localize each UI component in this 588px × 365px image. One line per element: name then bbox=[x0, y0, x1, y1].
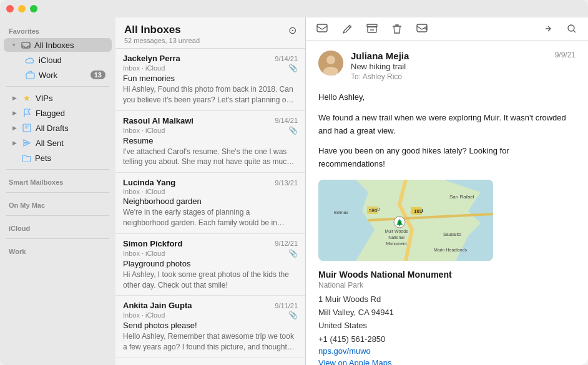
briefcase-icon bbox=[25, 70, 35, 80]
move-icon[interactable] bbox=[416, 22, 428, 35]
mail-window: Favorites ▾ All Inboxes bbox=[0, 0, 588, 365]
message-item-header-3: Simon Pickford 9/12/21 bbox=[123, 239, 298, 248]
sidebar-item-icloud[interactable]: iCloud bbox=[4, 53, 112, 67]
location-address: 1 Muir Woods Rd Mill Valley, CA 94941 Un… bbox=[318, 293, 576, 332]
location-type: National Park bbox=[318, 281, 576, 290]
message-list-header: All Inboxes ⊙ 52 messages, 13 unread bbox=[115, 17, 305, 49]
map-container[interactable]: 101 101 580 580 Bolinas San Rafael Muir … bbox=[318, 180, 493, 261]
sidebar-item-all-drafts[interactable]: ▶ All Drafts bbox=[4, 121, 112, 135]
trash-icon[interactable] bbox=[391, 22, 403, 35]
message-meta-2: Inbox · iCloud bbox=[123, 188, 298, 195]
email-content: Hello Ashley, We found a new trail when … bbox=[318, 91, 576, 171]
svg-rect-1 bbox=[26, 73, 34, 79]
message-item-3[interactable]: Simon Pickford 9/12/21 Inbox · iCloud 📎 … bbox=[115, 234, 305, 296]
message-meta-3: Inbox · iCloud 📎 bbox=[123, 249, 298, 258]
message-preview-0: Hi Ashley, Found this photo from back in… bbox=[123, 84, 298, 105]
drafts-icon bbox=[22, 123, 32, 133]
sidebar-divider-4 bbox=[6, 215, 109, 216]
location-card: Muir Woods National Monument National Pa… bbox=[318, 270, 576, 365]
chevron-right-icon-drafts: ▶ bbox=[12, 125, 17, 131]
message-meta-4: Inbox · iCloud 📎 bbox=[123, 311, 298, 319]
email-body[interactable]: Juliana Mejia New hiking trail To: Ashle… bbox=[306, 41, 588, 365]
pets-label: Pets bbox=[35, 153, 105, 163]
address-line1: 1 Muir Woods Rd bbox=[318, 294, 381, 304]
message-inbox-3: Inbox · iCloud bbox=[123, 250, 165, 257]
all-drafts-label: All Drafts bbox=[36, 124, 105, 133]
location-website[interactable]: nps.gov/muwo bbox=[318, 346, 576, 356]
message-item-0[interactable]: Jackelyn Perra 9/14/21 Inbox · iCloud 📎 … bbox=[115, 49, 305, 111]
sidebar-item-pets[interactable]: Pets bbox=[4, 151, 112, 165]
sidebar-divider-5 bbox=[6, 238, 109, 239]
star-icon: ★ bbox=[22, 93, 32, 103]
map-image: 101 101 580 580 Bolinas San Rafael Muir … bbox=[318, 180, 493, 261]
message-item-5[interactable]: Geetika Kapoor 9/10/21 Inbox · iCloud Th… bbox=[115, 358, 305, 365]
location-phone: +1 (415) 561-2850 bbox=[318, 334, 576, 344]
message-item-header-1: Rasoul Al Malkawi 9/14/21 bbox=[123, 116, 298, 125]
messages-container[interactable]: Jackelyn Perra 9/14/21 Inbox · iCloud 📎 … bbox=[115, 49, 305, 365]
message-sender-0: Jackelyn Perra bbox=[123, 54, 180, 63]
message-subject-3: Playground photos bbox=[123, 259, 298, 268]
email-to: To: Ashley Rico bbox=[351, 72, 555, 81]
smart-mailboxes-label: Smart Mailboxes bbox=[0, 173, 115, 188]
message-subject-4: Send photos please! bbox=[123, 321, 298, 330]
message-date-1: 9/14/21 bbox=[275, 117, 298, 124]
sent-icon bbox=[22, 138, 32, 148]
sidebar: Favorites ▾ All Inboxes bbox=[0, 17, 115, 365]
svg-text:101: 101 bbox=[414, 208, 423, 214]
message-list-title: All Inboxes bbox=[124, 24, 181, 36]
email-header: Juliana Mejia New hiking trail To: Ashle… bbox=[318, 51, 576, 81]
work-label: Work bbox=[39, 71, 87, 80]
all-sent-label: All Sent bbox=[36, 139, 105, 148]
message-date-3: 9/12/21 bbox=[275, 240, 298, 247]
sidebar-divider-2 bbox=[6, 169, 109, 170]
email-date-detail: 9/9/21 bbox=[555, 51, 576, 59]
message-item-4[interactable]: Ankita Jain Gupta 9/11/21 Inbox · iCloud… bbox=[115, 296, 305, 358]
message-meta-0: Inbox · iCloud 📎 bbox=[123, 64, 298, 72]
apple-maps-link[interactable]: View on Apple Maps bbox=[318, 358, 392, 365]
close-button[interactable] bbox=[6, 5, 14, 12]
sidebar-item-flagged[interactable]: ▶ Flagged bbox=[4, 106, 112, 120]
message-date-2: 9/13/21 bbox=[275, 179, 298, 187]
flagged-label: Flagged bbox=[36, 109, 105, 118]
message-item-header-4: Ankita Jain Gupta 9/11/21 bbox=[123, 301, 298, 310]
filter-icon[interactable]: ⊙ bbox=[288, 24, 296, 36]
sidebar-item-work[interactable]: Work 13 bbox=[4, 68, 112, 82]
attachment-icon-3: 📎 bbox=[288, 249, 298, 258]
email-toolbar bbox=[306, 17, 588, 41]
message-item-header-0: Jackelyn Perra 9/14/21 bbox=[123, 54, 298, 63]
minimize-button[interactable] bbox=[18, 5, 26, 12]
message-item-2[interactable]: Lucinda Yang 9/13/21 Inbox · iCloud Neig… bbox=[115, 173, 305, 234]
message-item-1[interactable]: Rasoul Al Malkawi 9/14/21 Inbox · iCloud… bbox=[115, 111, 305, 173]
svg-point-7 bbox=[568, 25, 574, 31]
sidebar-item-all-sent[interactable]: ▶ All Sent bbox=[4, 136, 112, 150]
vips-label: VIPs bbox=[36, 94, 105, 103]
sidebar-item-vips[interactable]: ▶ ★ VIPs bbox=[4, 91, 112, 105]
message-preview-3: Hi Ashley, I took some great photos of t… bbox=[123, 270, 298, 291]
svg-text:National: National bbox=[388, 235, 404, 240]
sidebar-item-all-inboxes[interactable]: ▾ All Inboxes bbox=[4, 38, 112, 52]
maximize-button[interactable] bbox=[30, 5, 37, 12]
compose-icon[interactable] bbox=[341, 22, 353, 35]
chevron-down-icon: ▾ bbox=[12, 42, 16, 48]
message-subject-2: Neighborhood garden bbox=[123, 197, 298, 206]
more-icon[interactable] bbox=[541, 22, 553, 35]
svg-text:Muir Woods: Muir Woods bbox=[385, 229, 408, 233]
attachment-icon-0: 📎 bbox=[288, 64, 298, 72]
message-item-header-2: Lucinda Yang 9/13/21 bbox=[123, 178, 298, 187]
icloud-label: iCloud bbox=[39, 56, 105, 65]
svg-text:🌲: 🌲 bbox=[396, 218, 404, 226]
archive-icon[interactable] bbox=[366, 22, 378, 35]
message-subject-1: Resume bbox=[123, 136, 298, 145]
message-subject-0: Fun memories bbox=[123, 74, 298, 83]
svg-point-9 bbox=[326, 56, 335, 64]
message-inbox-2: Inbox · iCloud bbox=[123, 188, 165, 195]
attachment-icon-1: 📎 bbox=[288, 126, 298, 135]
message-list: All Inboxes ⊙ 52 messages, 13 unread Jac… bbox=[115, 17, 306, 365]
email-from: Juliana Mejia bbox=[351, 51, 555, 61]
address-line2: Mill Valley, CA 94941 bbox=[318, 308, 394, 317]
reply-icon[interactable] bbox=[316, 22, 328, 35]
folder-icon bbox=[21, 153, 31, 163]
message-list-subtitle: 52 messages, 13 unread bbox=[124, 37, 296, 44]
search-icon[interactable] bbox=[566, 22, 578, 35]
chevron-right-icon-vips: ▶ bbox=[12, 95, 17, 101]
